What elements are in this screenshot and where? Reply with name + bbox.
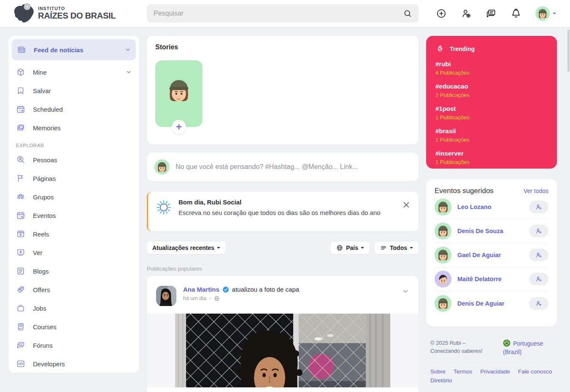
sidebar-item-scheduled[interactable]: Scheduled	[8, 100, 139, 118]
add-person-button[interactable]	[529, 201, 548, 213]
sidebar-item-people[interactable]: Pessoas	[8, 150, 139, 169]
sidebar-item-label: Jobs	[33, 305, 132, 312]
trending-item[interactable]: #educacao 2 Publicações	[435, 83, 548, 98]
article-icon	[16, 266, 25, 276]
post-time[interactable]: há um dia	[183, 295, 206, 301]
profile-menu[interactable]	[535, 6, 556, 21]
person-plus-icon	[535, 275, 543, 283]
add-story-button[interactable]: +	[172, 120, 186, 134]
footer-link-privacy[interactable]: Privacidade	[480, 368, 510, 375]
top-bar: INSTITUTO RAÍZES DO BRASIL	[0, 0, 570, 27]
footer-link-directory[interactable]: Diretório	[430, 377, 452, 384]
menu-lines-icon	[380, 244, 387, 251]
newspaper-icon	[17, 45, 26, 54]
trending-item[interactable]: #brasil 1 Publicações	[435, 127, 548, 143]
logo-line2: RAÍZES DO BRASIL	[38, 11, 116, 20]
hashtag[interactable]: #educacao	[435, 83, 548, 90]
site-logo[interactable]: INSTITUTO RAÍZES DO BRASIL	[12, 3, 116, 24]
person-avatar[interactable]	[435, 295, 451, 312]
hashtag-count: 1 Publicações	[435, 114, 548, 121]
user-avatar[interactable]	[535, 6, 550, 21]
search-input[interactable]	[154, 10, 403, 17]
user-memoji-avatar	[162, 74, 196, 107]
composer-placeholder[interactable]: No que você está pensando? #Hashtag... @…	[176, 163, 358, 171]
hashtag-count: 4 Publicações	[435, 70, 548, 76]
sidebar-item-groups[interactable]: Grupos	[8, 188, 139, 206]
logo-line1: INSTITUTO	[38, 6, 116, 11]
hashtag[interactable]: #brasil	[435, 127, 548, 134]
hashtag[interactable]: #inserver	[435, 150, 548, 157]
add-person-button[interactable]	[529, 225, 548, 237]
post-options-chevron-icon[interactable]	[402, 287, 409, 295]
global-search[interactable]	[147, 4, 419, 23]
chevron-down-icon[interactable]	[553, 13, 556, 16]
trending-item[interactable]: #inserver 1 Publicações	[435, 150, 548, 165]
chevron-down-icon[interactable]	[125, 47, 131, 53]
post-composer[interactable]: No que você está pensando? #Hashtag... @…	[147, 153, 419, 181]
sidebar-item-label: Offers	[33, 286, 132, 293]
person-name[interactable]: Gael De Aguiar	[457, 252, 523, 258]
sidebar-item-memories[interactable]: Memories	[8, 118, 139, 137]
sidebar-item-mine[interactable]: Mine	[8, 63, 139, 81]
left-sidebar: Feed de notícias Mine Salvar Scheduled M…	[8, 36, 139, 373]
sidebar-item-developers[interactable]: Developers	[8, 354, 139, 373]
search-icon[interactable]	[403, 9, 412, 18]
sidebar-item-offers[interactable]: Offers	[8, 280, 139, 299]
add-person-button[interactable]	[529, 273, 548, 285]
person-name[interactable]: Maitê Delatorre	[457, 276, 523, 282]
sidebar-item-label: Reels	[33, 231, 132, 238]
footer-link-terms[interactable]: Termos	[454, 368, 472, 375]
post-author-name[interactable]: Ana Martins	[183, 286, 219, 293]
sidebar-item-label: Fóruns	[33, 342, 132, 349]
country-filter-button[interactable]: País	[331, 242, 370, 254]
post-author-avatar[interactable]	[156, 286, 176, 306]
sidebar-item-watch[interactable]: Ver	[8, 243, 139, 262]
person-avatar[interactable]	[435, 271, 451, 287]
notifications-icon[interactable]	[511, 8, 521, 19]
type-filter-button[interactable]: Todos	[375, 242, 419, 254]
trending-item[interactable]: #1post 1 Publicações	[435, 105, 548, 121]
sidebar-item-forums[interactable]: Fóruns	[8, 336, 139, 354]
person-avatar[interactable]	[435, 223, 451, 239]
post-cover-photo[interactable]	[175, 314, 390, 387]
sidebar-item-blogs[interactable]: Blogs	[8, 262, 139, 280]
sort-filter-button[interactable]: Atualizações recentes	[147, 242, 226, 254]
add-person-button[interactable]	[529, 297, 548, 310]
calendar-icon	[16, 105, 25, 114]
messages-icon[interactable]	[486, 8, 497, 19]
language-selector[interactable]: Portuguese (Brazil)	[503, 339, 553, 356]
flag-icon	[16, 174, 25, 183]
person-name[interactable]: Denis De Aguiar	[457, 300, 523, 307]
sidebar-item-events[interactable]: Eventos	[8, 206, 139, 225]
sidebar-item-jobs[interactable]: Jobs	[8, 299, 139, 317]
trending-item[interactable]: #rubi 4 Publicações	[435, 60, 548, 76]
person-avatar[interactable]	[435, 199, 451, 215]
greeting-texts: Bom dia, Rubi Social Escreva no seu cora…	[178, 199, 381, 226]
sidebar-item-pages[interactable]: Páginas	[8, 169, 139, 188]
sidebar-item-reels[interactable]: Reels	[8, 225, 139, 243]
scrollbar-thumb[interactable]	[567, 30, 570, 72]
add-person-button[interactable]	[529, 249, 548, 261]
sidebar-item-courses[interactable]: Courses	[8, 317, 139, 336]
person-avatar[interactable]	[435, 247, 451, 263]
close-icon[interactable]	[402, 200, 411, 209]
reels-icon	[16, 229, 25, 239]
sidebar-item-feed[interactable]: Feed de notícias	[12, 39, 136, 60]
hashtag[interactable]: #rubi	[435, 60, 548, 67]
add-friend-icon[interactable]	[461, 8, 472, 19]
hashtag[interactable]: #1post	[435, 105, 548, 112]
post-subline: há um dia -	[183, 295, 395, 301]
sidebar-item-saved[interactable]: Salvar	[8, 81, 139, 100]
footer-link-contact[interactable]: Fale conosco	[518, 368, 552, 375]
person-name[interactable]: Leo Lozano	[457, 204, 523, 210]
stories-card: Stories +	[147, 36, 419, 145]
chevron-down-icon[interactable]	[126, 69, 132, 75]
create-story-tile[interactable]: +	[155, 60, 203, 127]
see-all-link[interactable]: Ver todos	[524, 188, 548, 194]
footer-link-about[interactable]: Sobre	[430, 368, 446, 375]
create-post-icon[interactable]	[436, 8, 447, 19]
cube-icon	[16, 67, 25, 77]
flame-icon	[435, 44, 445, 54]
person-name[interactable]: Denis De Souza	[457, 228, 523, 234]
verified-badge-icon	[222, 286, 229, 293]
